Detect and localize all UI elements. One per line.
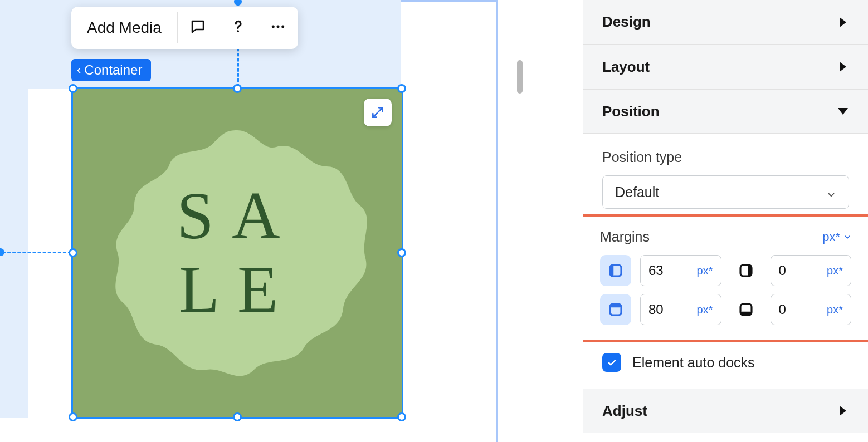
scroll-track[interactable] [517, 0, 525, 442]
margin-right-icon[interactable] [730, 255, 762, 286]
margin-top-icon[interactable] [600, 294, 631, 325]
svg-point-2 [276, 26, 279, 28]
svg-rect-11 [740, 312, 752, 315]
chevron-right-icon [840, 17, 846, 27]
resize-handle-t[interactable] [233, 84, 242, 93]
margin-bottom-icon[interactable] [730, 294, 762, 325]
resize-handle-br[interactable] [397, 412, 406, 421]
margins-group-highlight: Margins px* px* px* [583, 214, 868, 342]
resize-handle-bl[interactable] [69, 412, 77, 421]
section-position[interactable]: Position [583, 89, 868, 134]
margin-left-unit: px* [697, 264, 713, 277]
canvas-area: SA LE ‹ Container Add Media [0, 0, 500, 442]
resize-handle-l[interactable] [69, 248, 77, 257]
inspector-panel: Design Layout Position Position type Def… [583, 0, 868, 442]
section-design-label: Design [602, 13, 651, 31]
chevron-down-icon [843, 233, 851, 241]
section-adjust-label: Adjust [602, 402, 647, 420]
svg-rect-7 [748, 265, 751, 276]
chevron-left-icon: ‹ [77, 63, 81, 77]
margin-top-input[interactable] [648, 302, 682, 317]
section-position-label: Position [602, 103, 660, 120]
resize-handle-b[interactable] [233, 412, 242, 421]
margin-top-unit: px* [697, 303, 713, 316]
margin-top-field[interactable]: px* [640, 294, 721, 325]
section-design[interactable]: Design [583, 0, 868, 45]
svg-point-1 [272, 26, 275, 28]
position-type-label: Position type [602, 149, 849, 165]
section-adjust[interactable]: Adjust [583, 389, 868, 433]
margins-unit-dropdown[interactable]: px* [822, 230, 851, 244]
resize-handle-tr[interactable] [397, 84, 406, 93]
comment-button[interactable] [178, 7, 218, 49]
breadcrumb-label: Container [84, 62, 142, 78]
margin-right-field[interactable]: px* [771, 255, 852, 286]
position-section-body: Position type Default [583, 134, 868, 214]
more-button[interactable] [258, 7, 298, 49]
margin-left-input[interactable] [648, 263, 682, 278]
more-icon [270, 18, 286, 37]
svg-point-0 [237, 30, 239, 32]
chevron-down-icon [826, 187, 836, 197]
checkmark-icon [606, 357, 617, 368]
auto-dock-row[interactable]: Element auto docks [583, 342, 868, 389]
chevron-down-icon [838, 108, 848, 115]
margin-right-input[interactable] [779, 263, 812, 278]
margins-unit-value: px* [822, 230, 840, 244]
media-text-line1: SA [177, 179, 298, 253]
chevron-right-icon [840, 62, 846, 72]
breadcrumb-container-pill[interactable]: ‹ Container [71, 59, 151, 81]
margin-left-icon[interactable] [600, 255, 631, 286]
svg-point-3 [281, 26, 284, 28]
comment-icon [189, 18, 206, 37]
help-button[interactable] [218, 7, 258, 49]
help-icon [230, 18, 246, 37]
guide-line-horizontal [2, 252, 71, 253]
media-text-line2: LE [177, 253, 298, 326]
element-toolbar: Add Media [71, 7, 298, 49]
scroll-thumb[interactable] [517, 60, 523, 94]
margin-bottom-unit: px* [827, 303, 843, 316]
margin-left-field[interactable]: px* [640, 255, 721, 286]
margin-bottom-input[interactable] [779, 302, 812, 317]
add-media-button[interactable]: Add Media [71, 7, 177, 49]
position-type-select[interactable]: Default [602, 175, 849, 209]
resize-handle-tl[interactable] [69, 84, 77, 93]
svg-rect-9 [610, 304, 621, 307]
resize-handle-r[interactable] [397, 248, 406, 257]
position-type-value: Default [615, 184, 659, 200]
margin-right-unit: px* [827, 264, 843, 277]
auto-dock-checkbox[interactable] [602, 353, 621, 372]
margins-label: Margins [600, 229, 650, 245]
section-layout-label: Layout [602, 58, 650, 76]
svg-rect-5 [610, 265, 613, 276]
section-layout[interactable]: Layout [583, 45, 868, 89]
auto-dock-label: Element auto docks [632, 355, 755, 371]
chevron-right-icon [840, 406, 846, 416]
margin-bottom-field[interactable]: px* [771, 294, 852, 325]
